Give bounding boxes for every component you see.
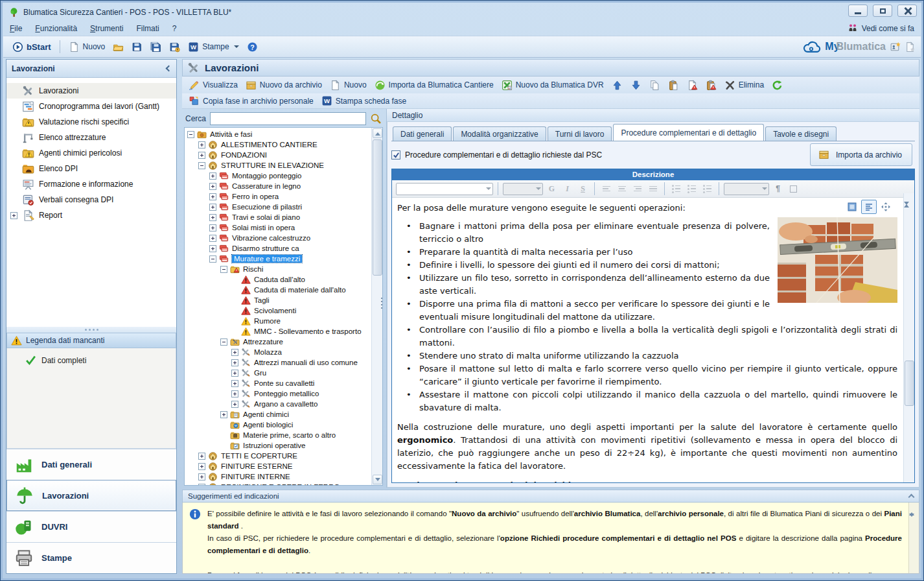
tab-tavole-e-disegni[interactable]: Tavole e disegni [765, 126, 837, 141]
tree-node-agenti-chimici[interactable]: Agenti chimici [186, 409, 371, 420]
expander-icon[interactable] [209, 255, 216, 263]
visualizza-button[interactable]: Visualizza [185, 78, 242, 93]
tab-procedure-complementari-e-di-dettaglio[interactable]: Procedure complementari e di dettaglio [613, 124, 764, 141]
menu-funzionalit[interactable]: Funzionalità [29, 22, 84, 35]
expander-icon[interactable] [209, 235, 216, 242]
tree-node-ponte-su-cavalletti[interactable]: Ponte su cavalletti [186, 378, 371, 388]
paste-button[interactable] [664, 78, 683, 93]
sidebar-item-elenco-attrezzature[interactable]: Elenco attrezzature [6, 130, 176, 145]
bold-button[interactable]: G [545, 183, 559, 195]
nav-dati-generali-button[interactable]: Dati generali [6, 449, 176, 480]
tree-node-allestimento-cantiere[interactable]: ALLESTIMENTO CANTIERE [186, 139, 371, 150]
expander-icon[interactable] [10, 212, 17, 219]
tree-node-agenti-biologici[interactable]: Agenti biologici [186, 420, 371, 430]
tree-node-vibrazione-calcestruzzo[interactable]: Vibrazione calcestruzzo [186, 233, 371, 243]
tree-node-esecuzione-di-pilastri[interactable]: Esecuzione di pilastri [186, 202, 371, 212]
menu-[interactable]: ? [166, 22, 183, 35]
tree-node-molazza[interactable]: Molazza [186, 347, 371, 357]
tree-node-mmc-sollevamento-e-trasporto[interactable]: MMC - Sollevamento e trasporto [186, 326, 371, 337]
psc-checkbox[interactable] [391, 150, 400, 160]
tree-node-attrezzi-manuali-di-uso-comune[interactable]: Attrezzi manuali di uso comune [186, 357, 371, 368]
sidebar-item-lavorazioni[interactable]: Lavorazioni [6, 83, 176, 99]
sidebar-item-verbali-consegna-dpi[interactable]: Verbali consegna DPI [6, 192, 176, 208]
help-button[interactable]: ? [243, 40, 262, 54]
open-button[interactable] [109, 40, 128, 54]
expander-icon[interactable] [209, 214, 216, 221]
expander-icon[interactable] [231, 390, 238, 397]
sidebar-item-report[interactable]: Report [6, 208, 176, 223]
user-star-icon[interactable] [890, 42, 901, 53]
pilcrow-button[interactable]: ¶ [771, 183, 785, 195]
move-up-button[interactable] [608, 78, 627, 93]
expander-icon[interactable] [198, 463, 205, 470]
expander-icon[interactable] [198, 141, 205, 148]
scroll-down-icon[interactable] [373, 475, 382, 484]
scroll-down-icon[interactable] [904, 205, 914, 217]
tab-modalit-organizzative[interactable]: Modalità organizzative [453, 126, 546, 141]
scroll-down-icon[interactable] [909, 515, 918, 527]
expander-icon[interactable] [220, 266, 227, 273]
tree-node-rischi[interactable]: Rischi [186, 264, 371, 274]
expander-icon[interactable] [231, 380, 238, 387]
nuovo-button[interactable]: Nuovo [326, 78, 371, 93]
bstart-button[interactable]: bStart [8, 40, 55, 54]
nuovo-da-archivio-button[interactable]: Nuovo da archivio [242, 78, 326, 93]
tree-node-scivolamenti[interactable]: Scivolamenti [186, 305, 371, 316]
nav-stampe-button[interactable]: Stampe [6, 542, 176, 573]
tree-node-finiture-esterne[interactable]: FINITURE ESTERNE [186, 461, 371, 471]
expander-icon[interactable] [220, 411, 227, 418]
tree-node-finiture-interne[interactable]: FINITURE INTERNE [186, 471, 371, 482]
align-center-icon[interactable] [615, 183, 629, 195]
tree-node-rumore[interactable]: Rumore [186, 316, 371, 326]
menu-filmati[interactable]: Filmati [130, 22, 165, 35]
suggestions-scrollbar[interactable] [908, 503, 919, 573]
tree-node-ferro-in-opera[interactable]: Ferro in opera [186, 191, 371, 202]
tree-node-solai-misti-in-opera[interactable]: Solai misti in opera [186, 222, 371, 233]
expander-icon[interactable] [198, 453, 205, 460]
view-draft-icon[interactable] [861, 200, 877, 214]
tree-node-istruzioni-operative[interactable]: Istruzioni operative [186, 440, 371, 451]
tree-node-caduta-dall-alto[interactable]: Caduta dall'alto [186, 274, 371, 285]
vedi-come-si-fa-link[interactable]: Vedi come si fa [847, 23, 921, 34]
expander-icon[interactable] [231, 359, 238, 366]
expander-icon[interactable] [209, 204, 216, 211]
expander-icon[interactable] [198, 152, 205, 159]
font-family-select[interactable] [396, 183, 493, 195]
tree-node-caduta-di-materiale-dall-alto[interactable]: Caduta di materiale dall'alto [186, 285, 371, 295]
expander-icon[interactable] [198, 162, 205, 169]
nuovo-da-blumatica-dvr-button[interactable]: Nuovo da Blumatica DVR [498, 78, 608, 93]
doc-star-icon[interactable] [905, 42, 916, 53]
scroll-thumb[interactable] [373, 139, 382, 276]
save-as-button[interactable] [165, 40, 184, 54]
expander-icon[interactable] [209, 193, 216, 200]
nav-lavorazioni-button[interactable]: Lavorazioni [6, 480, 176, 511]
scroll-thumb[interactable] [905, 361, 914, 406]
splitter-handle[interactable] [6, 327, 176, 333]
tree-node-materie-prime-scarto-o-altro[interactable]: Materie prime, scarto o altro [186, 430, 371, 440]
expander-icon[interactable] [220, 338, 227, 346]
tree-node-strutture-in-elevazione[interactable]: STRUTTURE IN ELEVAZIONE [186, 160, 371, 171]
close-button[interactable] [897, 5, 917, 17]
minimize-button[interactable] [848, 5, 868, 17]
expander-icon[interactable] [209, 183, 216, 190]
sidebar-item-elenco-dpi[interactable]: Elenco DPI [6, 161, 176, 176]
sidebar-item-valutazione-rischi-specifici[interactable]: Valutazione rischi specifici [6, 114, 176, 130]
view-pan-icon[interactable] [878, 200, 894, 214]
menu-strumenti[interactable]: Strumenti [84, 22, 130, 35]
tree-node-attivit-e-fasi[interactable]: Attività e fasi [186, 129, 371, 139]
multilevel-list-icon[interactable] [700, 183, 714, 195]
numbered-list-icon[interactable] [685, 183, 699, 195]
tree-node-travi-e-solai-di-piano[interactable]: Travi e solai di piano [186, 212, 371, 222]
expander-icon[interactable] [209, 245, 216, 252]
expander-icon[interactable] [198, 473, 205, 480]
style-select[interactable] [724, 183, 769, 195]
expander-icon[interactable] [209, 172, 216, 180]
importa-da-blumatica-cantiere-button[interactable]: Importa da Blumatica Cantiere [371, 78, 498, 93]
panel-splitter-grip[interactable] [380, 292, 383, 314]
tree-node-ponteggio-metallico[interactable]: Ponteggio metallico [186, 388, 371, 399]
view-page-icon[interactable] [844, 200, 860, 214]
move-down-button[interactable] [627, 78, 645, 93]
collapse-up-icon[interactable] [908, 494, 915, 501]
copia-fase-in-archivio-personale-button[interactable]: Copia fase in archivio personale [185, 93, 318, 108]
font-size-select[interactable] [503, 183, 543, 195]
